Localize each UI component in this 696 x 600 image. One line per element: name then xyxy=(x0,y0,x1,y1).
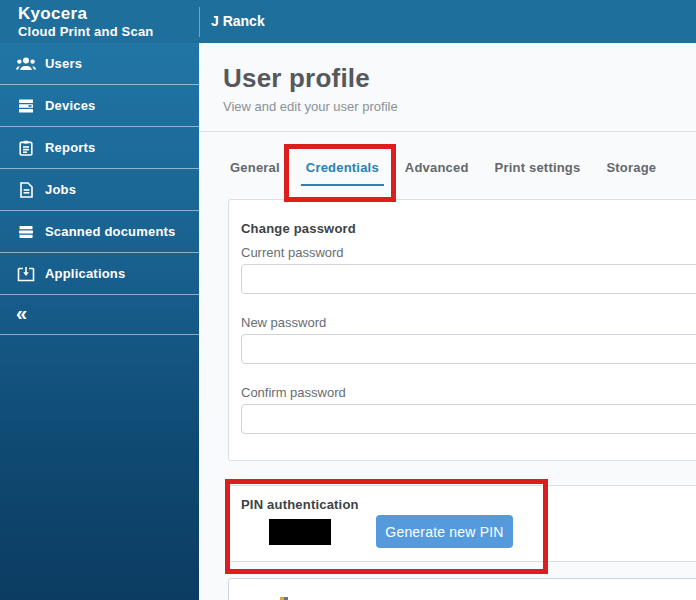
sidebar-item-users[interactable]: Users xyxy=(0,43,199,85)
sidebar-item-reports[interactable]: Reports xyxy=(0,127,199,169)
tab-advanced[interactable]: Advanced xyxy=(405,160,469,186)
applications-icon xyxy=(16,265,36,283)
tab-print-settings[interactable]: Print settings xyxy=(495,160,581,186)
redacted-pin-value xyxy=(269,519,331,545)
header-divider xyxy=(199,7,200,37)
confirm-password-label: Confirm password xyxy=(241,385,346,400)
sidebar-item-label: Applications xyxy=(45,266,125,281)
collapse-chevrons-icon: « xyxy=(16,303,27,323)
logo-line2: Cloud Print and Scan xyxy=(18,25,153,38)
pin-authentication-card: PIN authentication Generate new PIN xyxy=(228,485,696,562)
confirm-password-input[interactable] xyxy=(241,404,696,434)
sidebar-item-label: Devices xyxy=(45,98,96,113)
new-password-label: New password xyxy=(241,315,326,330)
main-content: User profile View and edit your user pro… xyxy=(199,43,696,600)
sidebar-item-label: Reports xyxy=(45,140,96,155)
users-icon xyxy=(16,55,36,73)
tab-storage[interactable]: Storage xyxy=(606,160,656,186)
current-password-label: Current password xyxy=(241,245,344,260)
sidebar-nav: Users Devices xyxy=(0,43,199,600)
sidebar-item-devices[interactable]: Devices xyxy=(0,85,199,127)
scanned-documents-icon xyxy=(16,223,36,241)
reports-icon xyxy=(16,139,36,157)
sidebar-collapse-button[interactable]: « xyxy=(0,295,199,335)
kyocera-cloud-print-scan-app: Kyocera Cloud Print and Scan J Ranck Use… xyxy=(0,0,696,600)
page-title: User profile xyxy=(223,63,370,94)
change-password-title: Change password xyxy=(241,221,356,236)
top-bar: Kyocera Cloud Print and Scan J Ranck xyxy=(0,0,696,43)
pin-authentication-title: PIN authentication xyxy=(241,497,359,512)
tab-credentials[interactable]: Credentials xyxy=(301,160,384,186)
heading-divider xyxy=(199,131,696,132)
page-subtitle: View and edit your user profile xyxy=(223,99,398,114)
profile-tabs: General Credentials Advanced Print setti… xyxy=(199,160,656,186)
app-logo: Kyocera Cloud Print and Scan xyxy=(18,5,153,38)
sidebar-item-label: Scanned documents xyxy=(45,224,176,239)
tab-general[interactable]: General xyxy=(230,160,280,186)
sidebar-item-label: Users xyxy=(45,56,82,71)
new-password-input[interactable] xyxy=(241,334,696,364)
logo-line1: Kyocera xyxy=(18,5,153,22)
next-section-card xyxy=(228,578,696,600)
current-user-menu[interactable]: J Ranck xyxy=(211,13,265,29)
current-password-input[interactable] xyxy=(241,264,696,294)
sidebar-item-applications[interactable]: Applications xyxy=(0,253,199,295)
devices-icon xyxy=(16,97,36,115)
sidebar-item-label: Jobs xyxy=(45,182,76,197)
sidebar-item-scanned-documents[interactable]: Scanned documents xyxy=(0,211,199,253)
generate-new-pin-button[interactable]: Generate new PIN xyxy=(376,515,513,548)
sidebar-item-jobs[interactable]: Jobs xyxy=(0,169,199,211)
change-password-card: Change password Current password New pas… xyxy=(228,199,696,461)
jobs-icon xyxy=(16,181,36,199)
